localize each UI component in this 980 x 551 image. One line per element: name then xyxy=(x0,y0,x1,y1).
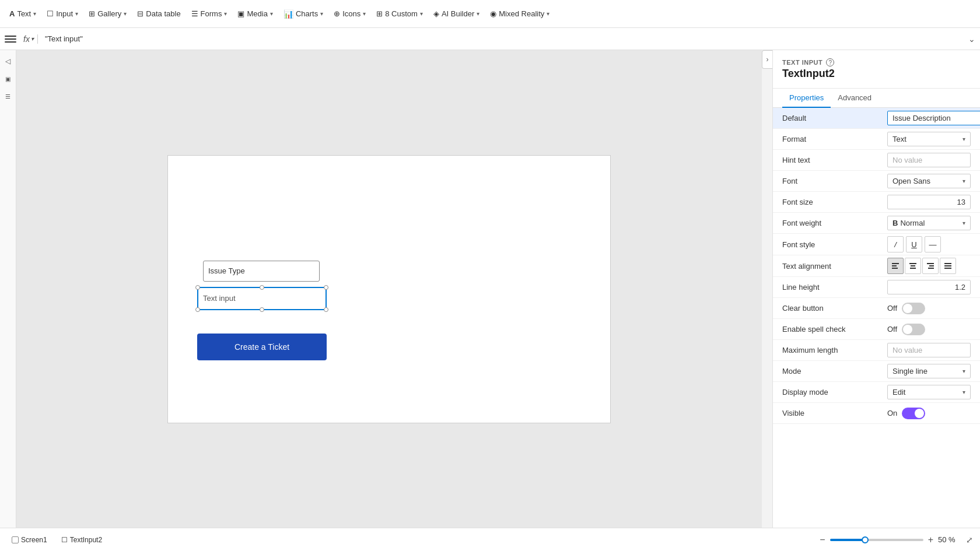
right-panel-expand-button[interactable]: › xyxy=(762,50,772,69)
toolbar-text[interactable]: A Text ▾ xyxy=(5,7,41,20)
svg-rect-7 xyxy=(929,265,934,266)
hint-text-input[interactable]: No value xyxy=(887,153,971,167)
font-weight-chevron-icon: ▾ xyxy=(963,220,965,226)
zoom-value: 50 % xyxy=(938,535,961,544)
mode-chevron-icon: ▾ xyxy=(963,368,965,374)
toolbar-mixed-reality-label: Mixed Reality xyxy=(499,9,544,18)
fx-chevron-icon[interactable]: ▾ xyxy=(31,36,34,42)
svg-rect-10 xyxy=(944,265,951,266)
textinput2-item[interactable]: ☐ TextInput2 xyxy=(57,534,107,546)
prop-font-style: Font style / U — xyxy=(773,234,980,255)
left-nav-item1[interactable]: ▣ xyxy=(2,72,15,85)
font-value: Open Sans xyxy=(892,177,930,185)
toolbar: A Text ▾ ☐ Input ▾ ⊞ Gallery ▾ ⊟ Data ta… xyxy=(0,0,980,28)
zoom-plus-button[interactable]: + xyxy=(928,535,933,545)
canvas-text-input[interactable]: Text input xyxy=(197,287,327,310)
fx-label: fx xyxy=(23,34,30,44)
toolbar-forms[interactable]: ☰ Forms ▾ xyxy=(187,7,232,20)
default-input[interactable] xyxy=(887,111,980,125)
max-length-input[interactable]: No value xyxy=(887,343,971,357)
toolbar-ai-builder[interactable]: ◈ AI Builder ▾ xyxy=(429,7,484,20)
toolbar-ai-builder-label: AI Builder xyxy=(442,9,474,18)
svg-rect-6 xyxy=(927,263,934,264)
prop-max-length: Maximum length No value xyxy=(773,340,980,361)
toolbar-charts-label: Charts xyxy=(296,9,318,18)
formula-fx[interactable]: fx ▾ xyxy=(20,34,38,44)
bold-indicator: B xyxy=(892,219,898,227)
underline-button[interactable]: U xyxy=(906,236,922,252)
prop-clear-button: Clear button Off xyxy=(773,298,980,319)
toolbar-media-label: Media xyxy=(247,9,267,18)
toolbar-charts[interactable]: 📊 Charts ▾ xyxy=(279,7,328,21)
right-panel-header: TEXT INPUT ? TextInput2 xyxy=(773,50,980,89)
toolbar-media[interactable]: ▣ Media ▾ xyxy=(233,7,277,20)
display-mode-label: Display mode xyxy=(782,388,887,396)
formula-input[interactable]: "Text input" xyxy=(41,33,965,44)
canvas-inner: Issue Type Text input Create a Ticket xyxy=(168,156,610,423)
zoom-thumb[interactable] xyxy=(862,536,869,543)
mixed-reality-chevron-icon: ▾ xyxy=(547,10,550,17)
formula-expand-icon[interactable]: ⌄ xyxy=(968,34,975,44)
visible-toggle-wrap: On xyxy=(887,408,925,419)
toolbar-datatable[interactable]: ⊟ Data table xyxy=(132,7,185,20)
handle-br[interactable] xyxy=(324,307,328,312)
fullscreen-icon[interactable]: ⤢ xyxy=(966,535,973,545)
toolbar-mixed-reality[interactable]: ◉ Mixed Reality ▾ xyxy=(485,7,554,20)
help-icon[interactable]: ? xyxy=(826,58,834,66)
strikethrough-button[interactable]: — xyxy=(925,236,941,252)
handle-bc[interactable] xyxy=(260,307,264,312)
spell-check-state: Off xyxy=(887,325,897,334)
font-weight-select[interactable]: B Normal ▾ xyxy=(887,216,971,230)
zoom-slider[interactable] xyxy=(830,539,923,541)
clear-button-label: Clear button xyxy=(782,304,887,313)
textinput2-label: TextInput2 xyxy=(70,536,102,544)
toolbar-gallery[interactable]: ⊞ Gallery ▾ xyxy=(84,7,131,20)
visible-toggle[interactable] xyxy=(902,408,925,419)
visible-state: On xyxy=(887,409,897,417)
svg-rect-8 xyxy=(928,268,934,269)
display-mode-select[interactable]: Edit ▾ xyxy=(887,385,971,399)
handle-bl[interactable] xyxy=(195,307,200,312)
italic-button[interactable]: / xyxy=(887,236,904,252)
tab-advanced[interactable]: Advanced xyxy=(831,89,878,108)
screen1-item[interactable]: Screen1 xyxy=(7,534,52,546)
icons-chevron-icon: ▾ xyxy=(363,10,366,17)
toolbar-icons[interactable]: ⊕ Icons ▾ xyxy=(329,7,370,20)
left-nav-back-icon[interactable]: ◁ xyxy=(2,55,15,68)
text-input-canvas-text: Text input xyxy=(203,294,236,303)
canvas-create-ticket-button[interactable]: Create a Ticket xyxy=(197,334,327,360)
canvas-issue-type-dropdown[interactable]: Issue Type xyxy=(203,261,320,282)
prop-display-mode: Display mode Edit ▾ xyxy=(773,382,980,403)
clear-button-toggle[interactable] xyxy=(902,303,925,314)
format-select[interactable]: Text ▾ xyxy=(887,132,971,146)
gallery-icon: ⊞ xyxy=(89,9,95,18)
prop-font-size: Font size 13 xyxy=(773,192,980,213)
font-size-input[interactable]: 13 xyxy=(887,195,971,209)
handle-tr[interactable] xyxy=(324,285,328,290)
align-center-button[interactable] xyxy=(905,258,921,274)
line-height-value: 1.2 xyxy=(955,283,965,292)
prop-spell-check: Enable spell check Off xyxy=(773,319,980,340)
align-right-button[interactable] xyxy=(922,258,939,274)
max-length-placeholder: No value xyxy=(892,346,922,355)
left-nav-item2[interactable]: ☰ xyxy=(2,90,15,103)
display-mode-value: Edit xyxy=(892,388,905,396)
tab-properties[interactable]: Properties xyxy=(782,89,831,108)
mode-select[interactable]: Single line ▾ xyxy=(887,364,971,378)
format-label: Format xyxy=(782,135,887,143)
align-justify-icon xyxy=(944,262,952,270)
toolbar-custom[interactable]: ⊞ 8 Custom ▾ xyxy=(372,7,428,20)
align-left-button[interactable] xyxy=(887,258,904,274)
canvas-area[interactable]: Issue Type Text input Create a Ticket xyxy=(16,50,762,528)
line-height-input[interactable]: 1.2 xyxy=(887,280,971,294)
toolbar-input[interactable]: ☐ Input ▾ xyxy=(42,7,83,20)
handle-tc[interactable] xyxy=(260,285,264,290)
spell-check-toggle[interactable] xyxy=(902,324,925,335)
component-type-label: TEXT INPUT xyxy=(782,59,822,66)
hamburger-menu[interactable] xyxy=(5,33,16,45)
ai-builder-chevron-icon: ▾ xyxy=(477,10,480,17)
handle-tl[interactable] xyxy=(195,285,200,290)
zoom-minus-button[interactable]: − xyxy=(820,535,825,545)
align-justify-button[interactable] xyxy=(940,258,956,274)
font-select[interactable]: Open Sans ▾ xyxy=(887,174,971,188)
